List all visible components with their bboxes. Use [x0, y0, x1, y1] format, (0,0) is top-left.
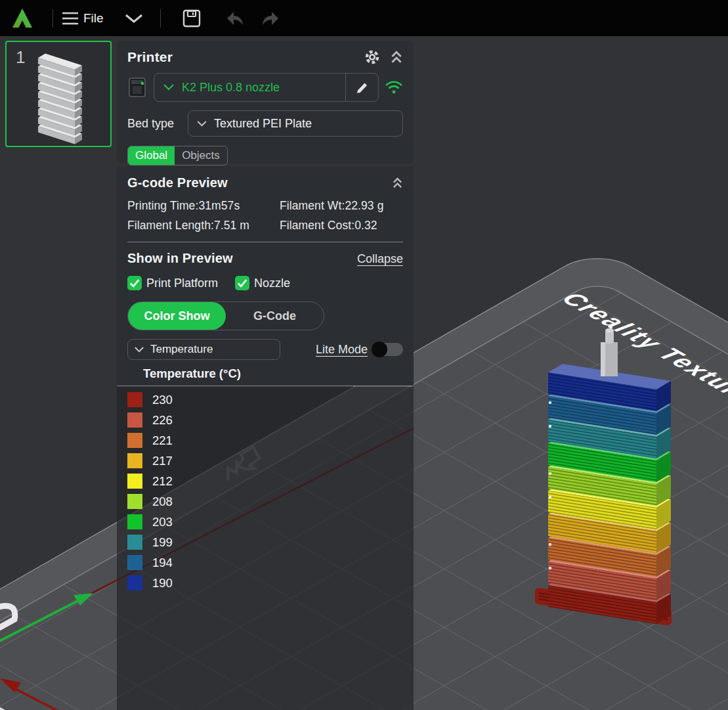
tab-objects[interactable]: Objects: [175, 146, 227, 165]
legend-value: 203: [152, 515, 173, 529]
legend-item: 226: [127, 410, 403, 430]
chevron-down-icon: [135, 347, 144, 353]
print-stat: Filament Length:7.51 m: [127, 219, 280, 233]
wifi-status-icon[interactable]: [385, 79, 403, 95]
tab-global[interactable]: Global: [128, 146, 175, 165]
legend-value: 212: [152, 474, 173, 489]
check-icon: [237, 278, 247, 288]
print-stat: Printing Time:31m57s: [127, 199, 280, 213]
legend-color-swatch: [127, 494, 142, 509]
lite-mode-toggle[interactable]: [373, 343, 403, 356]
legend-color-swatch: [127, 575, 142, 590]
legend-value: 190: [152, 576, 173, 590]
redo-icon[interactable]: [261, 10, 280, 27]
legend-value: 226: [152, 413, 173, 428]
printer-panel-title: Printer: [127, 49, 173, 65]
scope-tabs: GlobalObjects: [127, 146, 228, 166]
topbar: File: [0, 0, 728, 36]
mode-g-code[interactable]: G-Code: [226, 302, 324, 330]
bed-type-value: Textured PEI Plate: [214, 117, 312, 131]
chevron-down-icon[interactable]: [125, 14, 143, 23]
print-stat: Filament Cost:0.32: [280, 219, 403, 233]
printer-select: K2 Plus 0.8 nozzle: [154, 73, 379, 102]
plate-thumbnail[interactable]: 1: [5, 41, 112, 147]
checkbox-box: [235, 276, 249, 290]
legend-value: 221: [152, 433, 173, 448]
legend-item: 230: [127, 389, 403, 410]
legend-item: 199: [127, 532, 403, 552]
printer-panel: Printer K2 Plus 0.8 nozzle: [117, 41, 414, 164]
legend-value: 208: [152, 495, 173, 509]
legend-item: 221: [127, 430, 403, 451]
toggle-knob: [372, 342, 387, 357]
legend-color-swatch: [127, 392, 142, 407]
gcode-preview-title: G-code Preview: [127, 175, 228, 190]
legend-value: 199: [152, 535, 173, 550]
legend-color-swatch: [127, 535, 142, 550]
print-stats: Printing Time:31m57sFilament Wt:22.93 gF…: [127, 199, 403, 233]
pencil-icon: [355, 80, 370, 95]
bed-type-label: Bed type: [127, 117, 188, 131]
collapse-section-icon[interactable]: [392, 177, 403, 189]
preview-mode-toggle: Color ShowG-Code: [127, 301, 324, 330]
check-icon: [129, 278, 140, 288]
temperature-legend: 230226221217212208203199194190: [117, 387, 414, 710]
checkbox-label: Nozzle: [254, 277, 290, 290]
lite-mode-label: Lite Mode: [316, 343, 368, 357]
legend-title: Temperature (°C): [127, 366, 403, 381]
divider: [127, 242, 403, 242]
hamburger-menu-icon[interactable]: [62, 11, 79, 26]
legend-item: 194: [127, 552, 403, 573]
bed-type-select[interactable]: Textured PEI Plate: [188, 110, 403, 137]
legend-item: 212: [127, 471, 403, 491]
legend-item: 190: [127, 573, 403, 593]
chevron-down-icon: [197, 121, 207, 127]
file-menu[interactable]: File: [83, 11, 104, 26]
collapse-link[interactable]: Collapse: [357, 252, 403, 266]
legend-value: 194: [152, 556, 173, 570]
gcode-preview-panel: G-code Preview Printing Time:31m57sFilam…: [117, 166, 414, 386]
printer-settings-gear-icon[interactable]: [364, 49, 381, 66]
legend-item: 203: [127, 512, 403, 532]
plate-number: 1: [16, 47, 25, 68]
checkbox-print-platform[interactable]: Print Platform: [127, 276, 218, 290]
collapse-panel-icon[interactable]: [390, 50, 403, 64]
legend-item: 208: [127, 491, 403, 512]
undo-icon[interactable]: [225, 10, 245, 27]
checkbox-label: Print Platform: [146, 277, 218, 290]
app-logo-icon[interactable]: [11, 7, 34, 30]
temperature-legend-list: 230226221217212208203199194190: [127, 389, 403, 593]
printer-device-icon: [127, 76, 147, 99]
show-in-preview-title: Show in Preview: [127, 251, 233, 266]
legend-color-swatch: [127, 474, 142, 489]
chevron-down-icon: [163, 84, 174, 91]
legend-color-swatch: [127, 433, 142, 448]
legend-color-swatch: [127, 514, 142, 529]
save-icon[interactable]: [182, 9, 202, 28]
edit-printer-button[interactable]: [345, 74, 378, 101]
color-scheme-value: Temperature: [150, 343, 213, 356]
legend-value: 230: [152, 393, 173, 407]
legend-value: 217: [152, 454, 173, 468]
preview-checkboxes: Print PlatformNozzle: [127, 276, 403, 290]
legend-item: 217: [127, 451, 403, 471]
mode-color-show[interactable]: Color Show: [128, 302, 226, 330]
legend-color-swatch: [127, 555, 142, 570]
print-stat: Filament Wt:22.93 g: [280, 199, 403, 213]
legend-color-swatch: [127, 453, 142, 468]
checkbox-box: [127, 276, 142, 290]
printer-name: K2 Plus 0.8 nozzle: [182, 81, 280, 95]
legend-color-swatch: [127, 412, 142, 428]
checkbox-nozzle[interactable]: Nozzle: [235, 276, 290, 290]
color-scheme-select[interactable]: Temperature: [127, 339, 280, 360]
printer-select-dropdown[interactable]: K2 Plus 0.8 nozzle: [154, 74, 345, 101]
